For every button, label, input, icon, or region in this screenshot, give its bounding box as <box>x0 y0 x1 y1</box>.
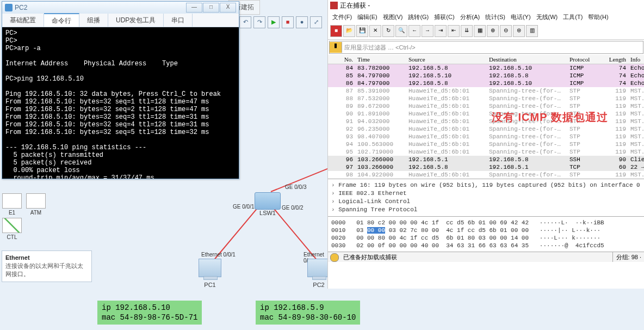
col-time[interactable]: Time <box>355 56 406 63</box>
ws-statusbar: 已准备好加载或捕获 分组: 98 · <box>328 252 644 262</box>
packet-row[interactable]: 8785.391000HuaweiTe_d5:6b:01Spanning-tre… <box>328 87 644 95</box>
packet-row[interactable]: 9398.407000HuaweiTe_d5:6b:01Spanning-tre… <box>328 133 644 140</box>
device-switch[interactable]: LSW1 <box>255 192 281 216</box>
menu-file[interactable]: 文件(F) <box>330 12 354 23</box>
pc1-label: PC1 <box>199 282 221 288</box>
status-packets: 分组: 98 · <box>612 252 644 262</box>
find-button[interactable]: 🔍 <box>395 25 407 37</box>
pc1-ip-label: ip 192.168.5.10 mac 54-89-98-76-5D-71 <box>97 301 202 325</box>
packet-row[interactable]: 9296.235000HuaweiTe_d5:6b:01Spanning-tre… <box>328 125 644 133</box>
tab-basic[interactable]: 基础配置 <box>2 14 44 27</box>
device-palette: E1 ATM CTL <box>2 193 51 242</box>
reload-button[interactable]: ↻ <box>382 25 394 37</box>
packet-row[interactable]: 94100.563000HuaweiTe_d5:6b:01Spanning-tr… <box>328 140 644 148</box>
menu-go[interactable]: 跳转(G) <box>406 12 431 23</box>
detail-stp[interactable]: Spanning Tree Protocol <box>331 206 641 214</box>
col-proto[interactable]: Protocol <box>567 56 602 63</box>
device-pc1[interactable]: PC1 <box>199 259 221 288</box>
menu-stats[interactable]: 统计(S) <box>483 12 507 23</box>
ws-toolbar: ■ 📂 💾 ✕ ↻ 🔍 ← → ⇥ ⇤ ⇊ ▦ ⊕ ⊖ ⊜ ▥ <box>328 24 644 40</box>
switch-label: LSW1 <box>255 210 281 216</box>
packet-row[interactable]: 8584.797000192.168.5.10192.168.5.8ICMP74… <box>328 72 644 80</box>
col-src[interactable]: Source <box>406 56 487 63</box>
packet-row[interactable]: 96103.266000192.168.5.1192.168.5.8SSH90C… <box>328 156 644 163</box>
ethernet-title: Ethernet <box>5 254 88 261</box>
packet-row[interactable]: 98104.922000HuaweiTe_d5:6b:01Spanning-tr… <box>328 171 644 179</box>
open-button[interactable]: 📂 <box>343 25 355 37</box>
packet-details[interactable]: Frame 16: 119 bytes on wire (952 bits), … <box>328 179 644 216</box>
palette-atm[interactable]: ATM <box>26 193 46 216</box>
ws-filter-bar: ▮ 应用显示过滤器 … <Ctrl-/> <box>329 41 643 54</box>
topology-canvas[interactable]: LSW1 PC1 PC2 GE 0/0/3 GE 0/0/1 GE 0/0/2 … <box>87 0 326 327</box>
detail-eth[interactable]: IEEE 802.3 Ethernet <box>331 190 641 198</box>
menu-wireless[interactable]: 无线(W) <box>534 12 560 23</box>
port-ge002: GE 0/0/2 <box>282 205 303 211</box>
zoomin-button[interactable]: ⊕ <box>487 25 499 37</box>
ws-menubar: 文件(F) 编辑(E) 视图(V) 跳转(G) 捕获(C) 分析(A) 统计(S… <box>328 11 644 24</box>
pc2-ip-label: ip 192.168.5.9 mac 54-89-98-30-60-10 <box>256 301 360 325</box>
display-filter-input[interactable]: 应用显示过滤器 … <Ctrl-/> <box>342 42 643 53</box>
packet-row[interactable]: 8887.532000HuaweiTe_d5:6b:01Spanning-tre… <box>328 95 644 102</box>
col-dst[interactable]: Destination <box>487 56 567 63</box>
prev-button[interactable]: ← <box>408 25 420 37</box>
tab-cmd[interactable]: 命令行 <box>44 13 79 27</box>
autoscroll-button[interactable]: ⇊ <box>461 25 473 37</box>
packet-row[interactable]: 95102.719000HuaweiTe_d5:6b:01Spanning-tr… <box>328 148 644 156</box>
ws-titlebar[interactable]: 正在捕获 - <box>328 0 644 11</box>
palette-ctl[interactable]: CTL <box>2 218 22 240</box>
pc2-title: PC2 <box>15 4 27 11</box>
wireshark-window: 正在捕获 - 文件(F) 编辑(E) 视图(V) 跳转(G) 捕获(C) 分析(… <box>327 0 644 289</box>
annotation-overlay: 没有 ICMP 数据包通过 <box>492 110 608 125</box>
pc-icon <box>5 4 13 11</box>
zoomout-button[interactable]: ⊖ <box>500 25 512 37</box>
menu-help[interactable]: 帮助(H) <box>586 12 610 23</box>
port-eth001b: Ethernet 0/ <box>304 252 326 264</box>
filter-bookmark-button[interactable]: ▮ <box>330 42 342 53</box>
expert-info-icon[interactable] <box>330 253 339 262</box>
pc-icon <box>199 259 221 277</box>
next-button[interactable]: → <box>422 25 434 37</box>
packet-row[interactable]: 8989.672000HuaweiTe_d5:6b:01Spanning-tre… <box>328 102 644 110</box>
col-info[interactable]: Info <box>628 56 644 63</box>
menu-edit[interactable]: 编辑(E) <box>355 12 380 23</box>
port-ge001: GE 0/0/1 <box>233 204 254 210</box>
detail-llc[interactable]: Logical-Link Control <box>331 198 641 206</box>
col-no[interactable]: No. <box>328 56 355 63</box>
goto-button[interactable]: ⇥ <box>435 25 447 37</box>
col-len[interactable]: Length <box>602 56 628 63</box>
menu-tools[interactable]: 工具(T) <box>561 12 585 23</box>
first-button[interactable]: ⇤ <box>448 25 460 37</box>
packet-list-header: No. Time Source Destination Protocol Len… <box>328 55 644 64</box>
menu-view[interactable]: 视图(V) <box>381 12 405 23</box>
packet-bytes[interactable]: 0000 01 80 c2 00 00 00 4c 1f cc d5 6b 01… <box>328 216 644 252</box>
zoomreset-button[interactable]: ⊜ <box>513 25 525 37</box>
pc2-label: PC2 <box>307 282 330 288</box>
packet-row[interactable]: 8483.782000192.168.5.8192.168.5.10ICMP74… <box>328 64 644 72</box>
menu-analyze[interactable]: 分析(A) <box>458 12 482 23</box>
palette-e1[interactable]: E1 <box>2 193 22 216</box>
menu-tel[interactable]: 电话(Y) <box>509 12 533 23</box>
port-eth001: Ethernet 0/0/1 <box>201 252 236 258</box>
resize-cols-button[interactable]: ▥ <box>526 25 538 37</box>
colorize-button[interactable]: ▦ <box>474 25 486 37</box>
status-ready: 已准备好加载或捕获 <box>341 252 399 262</box>
ws-title: 正在捕获 - <box>340 1 370 10</box>
wireshark-icon <box>330 2 338 9</box>
close-button[interactable]: ✕ <box>369 25 381 37</box>
ethernet-desc: 连接设备的以太网和千兆以太网接口。 <box>5 262 88 278</box>
save-button[interactable]: 💾 <box>356 25 368 37</box>
switch-icon <box>255 192 281 210</box>
stop-capture-button[interactable]: ■ <box>330 25 342 37</box>
ethernet-info: Ethernet 连接设备的以太网和千兆以太网接口。 <box>2 250 92 282</box>
packet-row[interactable]: 8684.797000192.168.5.8192.168.5.10ICMP74… <box>328 80 644 87</box>
packet-row[interactable]: 97103.266000192.168.5.8192.168.5.1TCP602… <box>328 163 644 171</box>
menu-capture[interactable]: 捕获(C) <box>432 12 456 23</box>
port-ge003: GE 0/0/3 <box>285 184 306 190</box>
detail-frame[interactable]: Frame 16: 119 bytes on wire (952 bits), … <box>331 181 641 190</box>
